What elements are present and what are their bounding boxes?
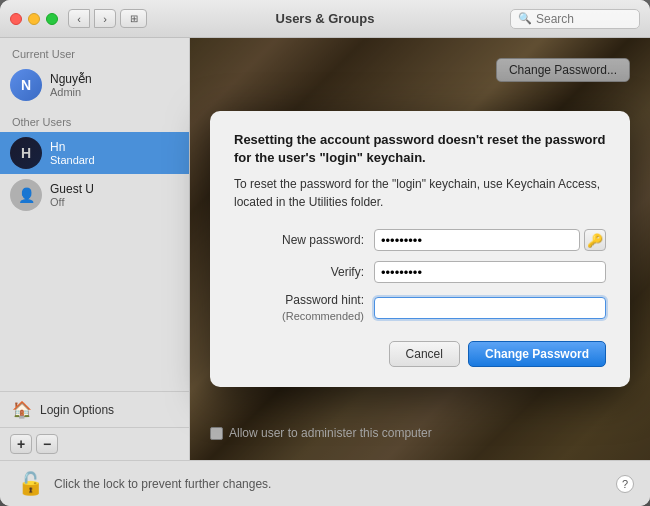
- avatar-current: N: [10, 69, 42, 101]
- other-users-label: Other Users: [0, 106, 189, 132]
- modal-buttons: Cancel Change Password: [234, 341, 606, 367]
- user-name-hn: Hn: [50, 140, 95, 154]
- modal-title: Resetting the account password doesn't r…: [234, 131, 606, 167]
- hint-label: Password hint: (Recommended): [234, 293, 364, 323]
- user-name-guest: Guest U: [50, 182, 94, 196]
- modal-dialog: Resetting the account password doesn't r…: [210, 111, 630, 387]
- house-icon: 🏠: [12, 400, 32, 419]
- titlebar: ‹ › ⊞ Users & Groups 🔍: [0, 0, 650, 38]
- sidebar: Current User N Nguyễn Admin Other Users …: [0, 38, 190, 460]
- reveal-password-button[interactable]: 🔑: [584, 229, 606, 251]
- key-icon: 🔑: [587, 233, 603, 248]
- login-options[interactable]: 🏠 Login Options: [0, 392, 189, 427]
- user-item-guest[interactable]: 👤 Guest U Off: [0, 174, 189, 216]
- search-icon: 🔍: [518, 12, 532, 25]
- close-button[interactable]: [10, 13, 22, 25]
- back-button[interactable]: ‹: [68, 9, 90, 28]
- maximize-button[interactable]: [46, 13, 58, 25]
- main-panel: Change Password... Allow user to adminis…: [190, 38, 650, 460]
- user-role-guest: Off: [50, 196, 94, 208]
- avatar-hn: H: [10, 137, 42, 169]
- add-user-button[interactable]: +: [10, 434, 32, 454]
- content: Current User N Nguyễn Admin Other Users …: [0, 38, 650, 460]
- user-item-current[interactable]: N Nguyễn Admin: [0, 64, 189, 106]
- verify-label: Verify:: [234, 265, 364, 279]
- lock-status-text: Click the lock to prevent further change…: [54, 477, 271, 491]
- user-item-hn[interactable]: H Hn Standard: [0, 132, 189, 174]
- new-password-input[interactable]: [374, 229, 580, 251]
- user-info-guest: Guest U Off: [50, 182, 94, 208]
- hint-row: Password hint: (Recommended): [234, 293, 606, 323]
- avatar-guest: 👤: [10, 179, 42, 211]
- user-name-current: Nguyễn: [50, 72, 92, 86]
- hint-input[interactable]: [374, 297, 606, 319]
- change-password-submit-button[interactable]: Change Password: [468, 341, 606, 367]
- window-title: Users & Groups: [276, 11, 375, 26]
- verify-row: Verify:: [234, 261, 606, 283]
- minimize-button[interactable]: [28, 13, 40, 25]
- new-password-label: New password:: [234, 233, 364, 247]
- current-user-label: Current User: [0, 38, 189, 64]
- modal-subtitle: To reset the password for the "login" ke…: [234, 175, 606, 211]
- verify-input[interactable]: [374, 261, 606, 283]
- grid-button[interactable]: ⊞: [120, 9, 147, 28]
- user-info-hn: Hn Standard: [50, 140, 95, 166]
- sidebar-bottom: 🏠 Login Options + −: [0, 391, 189, 460]
- hint-sub-label: (Recommended): [282, 309, 364, 323]
- modal-overlay: Resetting the account password doesn't r…: [190, 38, 650, 460]
- nav-buttons: ‹ ›: [68, 9, 116, 28]
- user-info-current: Nguyễn Admin: [50, 72, 92, 98]
- help-button[interactable]: ?: [616, 475, 634, 493]
- user-role-hn: Standard: [50, 154, 95, 166]
- hint-wrapper: [374, 297, 606, 319]
- verify-wrapper: [374, 261, 606, 283]
- forward-button[interactable]: ›: [94, 9, 116, 28]
- user-role-current: Admin: [50, 86, 92, 98]
- traffic-lights: [10, 13, 58, 25]
- search-input[interactable]: [536, 12, 626, 26]
- remove-user-button[interactable]: −: [36, 434, 58, 454]
- cancel-button[interactable]: Cancel: [389, 341, 460, 367]
- new-password-wrapper: 🔑: [374, 229, 606, 251]
- sidebar-actions: + −: [0, 427, 189, 460]
- login-options-label: Login Options: [40, 403, 114, 417]
- search-box[interactable]: 🔍: [510, 9, 640, 29]
- window: ‹ › ⊞ Users & Groups 🔍 Current User N Ng…: [0, 0, 650, 506]
- lock-icon: 🔓: [17, 471, 44, 497]
- lock-button[interactable]: 🔓: [16, 470, 44, 498]
- new-password-row: New password: 🔑: [234, 229, 606, 251]
- hint-label-text: Password hint:: [285, 293, 364, 309]
- bottom-bar: 🔓 Click the lock to prevent further chan…: [0, 460, 650, 506]
